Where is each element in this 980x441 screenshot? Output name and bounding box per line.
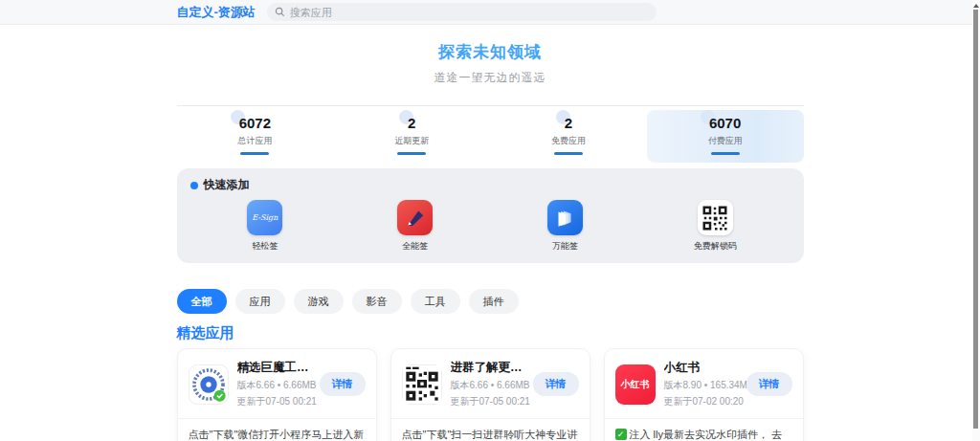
app-title: 精选巨魔工具/... bbox=[237, 360, 311, 376]
detail-button[interactable]: 详情 bbox=[320, 372, 366, 396]
wechat-miniprogram-qr-icon bbox=[189, 364, 229, 405]
stat-value: 6072 bbox=[239, 115, 271, 131]
quick-add-item-allsign[interactable]: 全能签 bbox=[340, 200, 490, 253]
quick-add-item-label: 万能签 bbox=[552, 240, 578, 253]
scrollbar[interactable] bbox=[972, 0, 980, 441]
qrcode-icon bbox=[698, 200, 733, 235]
app-updated-at: 更新于07-05 00:21 bbox=[237, 395, 311, 408]
category-filters: 全部 应用 游戏 影音 工具 插件 bbox=[177, 289, 804, 314]
app-card[interactable]: 精选巨魔工具/... 版本6.66 • 6.66MB 更新于07-05 00:2… bbox=[177, 348, 377, 441]
app-title: 小红书 bbox=[664, 360, 738, 376]
app-updated-at: 更新于07-05 00:21 bbox=[451, 395, 524, 408]
stat-value: 6070 bbox=[709, 115, 741, 131]
bullet-dot-icon bbox=[190, 182, 198, 189]
detail-button[interactable]: 详情 bbox=[746, 372, 792, 396]
stat-underline bbox=[554, 152, 583, 155]
app-card[interactable]: 进群了解更多... 版本6.66 • 6.66MB 更新于07-05 00:21… bbox=[390, 348, 590, 441]
cube-app-icon bbox=[547, 200, 583, 235]
stat-label: 总计应用 bbox=[177, 135, 334, 147]
search-icon bbox=[275, 7, 285, 17]
group-qr-icon bbox=[402, 364, 442, 405]
featured-section-title: 精选应用 bbox=[177, 324, 804, 342]
quick-add-panel: 快速添加 E-Sign 轻松签 全能签 bbox=[177, 168, 804, 263]
stat-free-apps[interactable]: 2 免费应用 bbox=[490, 110, 647, 163]
filter-plugins[interactable]: 插件 bbox=[469, 289, 519, 314]
filter-games[interactable]: 游戏 bbox=[294, 289, 344, 314]
app-version-size: 版本8.90 • 165.34MB bbox=[664, 379, 738, 392]
app-version-size: 版本6.66 • 6.66MB bbox=[451, 379, 524, 392]
stat-paid-apps[interactable]: 6070 付费应用 bbox=[647, 110, 804, 163]
quick-add-title: 快速添加 bbox=[204, 177, 250, 193]
app-updated-at: 更新于07-02 00:20 bbox=[664, 395, 738, 408]
stat-underline bbox=[711, 152, 740, 155]
esign-app-icon: E-Sign bbox=[247, 200, 282, 235]
stats-bar: 6072 总计应用 2 近期更新 2 免费应用 6070 付费应用 bbox=[177, 105, 804, 163]
check-icon: ✓ bbox=[615, 429, 627, 440]
stat-underline bbox=[240, 152, 269, 155]
stat-label: 付费应用 bbox=[647, 135, 804, 147]
filter-apps[interactable]: 应用 bbox=[235, 289, 285, 314]
stat-underline bbox=[397, 152, 426, 155]
stat-label: 近期更新 bbox=[333, 135, 490, 147]
search-box[interactable] bbox=[267, 3, 657, 21]
scrollbar-thumb[interactable] bbox=[973, 10, 978, 429]
app-description: 点击"下载"微信打开小程序马上进入新世界 bbox=[178, 419, 376, 441]
filter-media[interactable]: 影音 bbox=[352, 289, 402, 314]
app-title: 进群了解更多... bbox=[451, 360, 524, 376]
hero-subtitle: 道途一望无边的遥远 bbox=[0, 70, 980, 86]
search-input[interactable] bbox=[290, 7, 649, 18]
quick-add-item-esign[interactable]: E-Sign 轻松签 bbox=[190, 200, 341, 253]
stat-total-apps[interactable]: 6072 总计应用 bbox=[177, 110, 334, 163]
app-card[interactable]: 小红书 小红书 版本8.90 • 165.34MB 更新于07-02 00:20… bbox=[604, 348, 804, 441]
filter-tools[interactable]: 工具 bbox=[411, 289, 460, 314]
filter-all[interactable]: 全部 bbox=[177, 289, 227, 314]
quick-add-item-label: 免费解锁码 bbox=[694, 240, 737, 253]
topbar: 自定义-资源站 bbox=[0, 0, 980, 25]
quick-add-item-label: 轻松签 bbox=[252, 240, 278, 253]
pen-app-icon bbox=[397, 200, 433, 235]
detail-button[interactable]: 详情 bbox=[533, 372, 579, 396]
xiaohongshu-app-icon: 小红书 bbox=[615, 364, 656, 405]
quick-add-item-free-unlock-code[interactable]: 免费解锁码 bbox=[640, 200, 791, 253]
stat-recent-updates[interactable]: 2 近期更新 bbox=[333, 110, 490, 163]
scroll-up-arrow-icon[interactable] bbox=[973, 4, 979, 8]
app-version-size: 版本6.66 • 6.66MB bbox=[237, 379, 311, 392]
stat-value: 2 bbox=[408, 115, 415, 131]
site-title: 自定义-资源站 bbox=[177, 4, 256, 21]
stat-label: 免费应用 bbox=[490, 135, 647, 147]
quick-add-item-label: 全能签 bbox=[402, 240, 428, 253]
hero-title: 探索未知领域 bbox=[0, 41, 980, 63]
quick-add-item-universal-sign[interactable]: 万能签 bbox=[490, 200, 640, 253]
featured-cards: 精选巨魔工具/... 版本6.66 • 6.66MB 更新于07-05 00:2… bbox=[177, 348, 804, 441]
app-description: ✓注入 lly最新去实况水印插件， 去视频水印等 去除几乎所有广告，支持所有图片… bbox=[605, 419, 803, 441]
stat-value: 2 bbox=[565, 115, 572, 131]
hero-section: 探索未知领域 道途一望无边的遥远 bbox=[0, 25, 980, 86]
app-description: 点击"下载"扫一扫进群聆听大神专业讲解与指导 bbox=[391, 419, 590, 441]
